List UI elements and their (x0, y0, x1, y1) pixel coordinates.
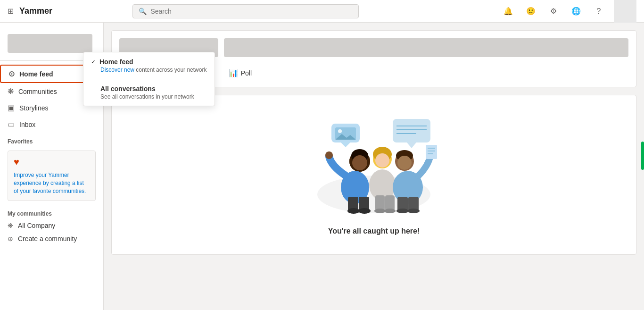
nav-icon-group: 🔔 🙂 ⚙ 🌐 ? (501, 0, 636, 23)
settings-button[interactable]: ⚙ (546, 4, 561, 19)
create-community-label: Create a community (18, 235, 77, 243)
svg-point-16 (325, 151, 333, 159)
post-input-placeholder[interactable] (224, 38, 628, 57)
storylines-icon: ▣ (8, 103, 15, 112)
favorites-section-title: Favorites (0, 133, 103, 147)
subtitle-discover-new: Discover new (100, 67, 134, 73)
favorites-text: Improve your Yammer experience by creati… (14, 171, 90, 195)
poll-button[interactable]: 📊 Poll (225, 67, 256, 79)
my-communities-section-title: My communities (0, 205, 103, 219)
dropdown-home-feed-subtitle: Discover new content across your network (91, 67, 207, 73)
svg-point-23 (397, 156, 412, 170)
svg-point-36 (347, 208, 360, 214)
all-company-icon: ❋ (8, 222, 13, 229)
heart-icon: ♥ (14, 157, 90, 168)
svg-point-19 (375, 153, 389, 168)
svg-point-9 (338, 129, 342, 133)
communities-icon: ❋ (8, 87, 14, 96)
svg-point-14 (352, 155, 367, 170)
svg-point-37 (358, 208, 371, 214)
svg-marker-4 (407, 142, 416, 148)
caught-up-text: You're all caught up here! (328, 227, 420, 235)
notification-bell-button[interactable]: 🔔 (501, 4, 516, 19)
help-button[interactable]: ? (591, 4, 606, 19)
all-company-label: All Company (18, 222, 55, 229)
feed-dropdown-menu: ✓ Home feed Discover new content across … (83, 52, 215, 106)
svg-point-38 (374, 209, 386, 213)
brand-name: Yammer (19, 6, 52, 16)
inbox-icon: ▭ (8, 120, 15, 129)
grid-icon[interactable]: ⊞ (8, 7, 14, 16)
dropdown-all-conversations-item[interactable]: All conversations See all conversations … (83, 79, 215, 106)
emoji-button[interactable]: 🙂 (523, 4, 538, 19)
dropdown-all-conversations-title: All conversations (100, 85, 156, 92)
check-icon: ✓ (91, 59, 96, 65)
svg-point-41 (407, 209, 420, 213)
user-avatar-placeholder (8, 34, 92, 53)
sidebar-item-inbox[interactable]: ▭ Inbox (0, 116, 103, 133)
svg-point-39 (384, 209, 396, 213)
create-community-icon: ⊕ (8, 235, 13, 243)
storylines-label: Storylines (19, 104, 48, 112)
globe-button[interactable]: 🌐 (569, 4, 584, 19)
poll-label: Poll (241, 69, 252, 77)
poll-icon: 📊 (229, 68, 238, 77)
svg-rect-32 (375, 195, 385, 210)
svg-point-40 (396, 209, 409, 213)
dropdown-all-conversations-header: All conversations (91, 85, 207, 92)
dropdown-all-conversations-subtitle: See all conversations in your network (91, 93, 207, 100)
svg-marker-2 (341, 142, 350, 147)
svg-rect-33 (385, 195, 395, 210)
subtitle-content-rest: content across your network (134, 67, 206, 73)
home-feed-label: Home feed (19, 70, 53, 78)
people-illustration (303, 114, 445, 219)
create-community-item[interactable]: ⊕ Create a community (0, 232, 103, 245)
svg-rect-26 (426, 145, 437, 159)
top-navigation: ⊞ Yammer 🔍 🔔 🙂 ⚙ 🌐 ? (0, 0, 644, 23)
dropdown-home-feed-header: ✓ Home feed (91, 58, 207, 66)
search-input[interactable] (150, 8, 353, 15)
home-feed-icon: ⊙ (8, 69, 15, 78)
user-profile-area[interactable] (614, 0, 636, 23)
feed-empty-state: You're all caught up here! (111, 95, 636, 255)
favorites-link[interactable]: Improve your Yammer experience by creati… (14, 172, 86, 194)
inbox-label: Inbox (19, 121, 35, 128)
dropdown-home-feed-title: Home feed (99, 58, 133, 66)
search-icon: 🔍 (139, 8, 147, 15)
all-company-item[interactable]: ❋ All Company (0, 219, 103, 232)
search-bar[interactable]: 🔍 (132, 4, 359, 18)
svg-rect-3 (393, 119, 430, 142)
favorites-card: ♥ Improve your Yammer experience by crea… (8, 151, 96, 201)
communities-label: Communities (18, 88, 57, 95)
dropdown-home-feed-item[interactable]: ✓ Home feed Discover new content across … (83, 52, 215, 79)
scroll-accent-bar (641, 142, 644, 170)
